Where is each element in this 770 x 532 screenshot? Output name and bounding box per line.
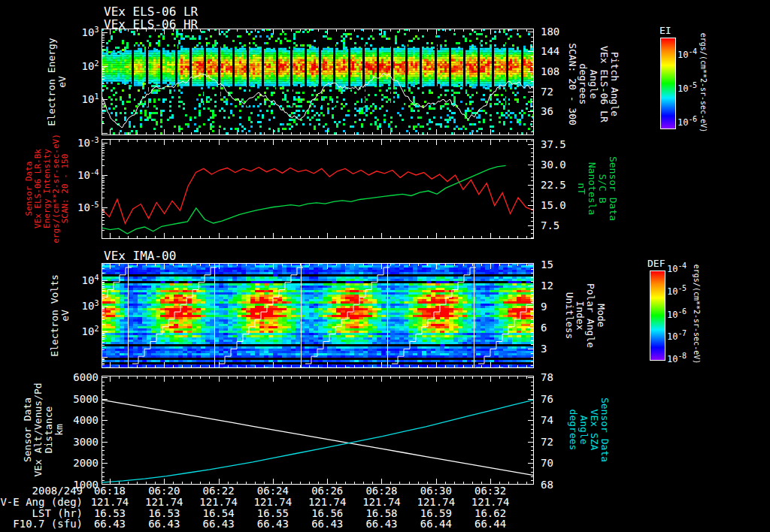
- footer-row-value: 66.44: [463, 518, 517, 530]
- x-axis-time-label: 06:20: [137, 485, 191, 497]
- intensity-bfield-canvas: [102, 139, 534, 239]
- right-y-tick-label: 68: [541, 479, 586, 491]
- colorbar-tick-label: 10-4: [678, 50, 697, 60]
- axis-title-line: Sensor Data: [599, 397, 610, 462]
- axis-title-line: Electron Energy: [47, 38, 57, 125]
- y-tick-label: 102: [44, 325, 99, 337]
- axis-title-line: VEx Alt/Venus/Pd: [33, 382, 44, 476]
- axis-title-line: Nanotesla: [587, 156, 597, 221]
- axis-title-line: VEx ELS-06 LR: [599, 43, 609, 125]
- axis-title-line: Mode: [596, 283, 606, 348]
- colorbar-tick-label: 10-7: [667, 331, 687, 342]
- els-y-axis-title: Electron EnergyeV: [47, 38, 68, 125]
- right-y-tick-label: 74: [541, 414, 586, 426]
- right-y-tick-label: 36: [541, 105, 586, 117]
- y-tick-label: 10-4: [44, 169, 99, 181]
- ei-colorbar-title: EI: [659, 25, 671, 36]
- ima-spectrogram-canvas: [102, 263, 534, 368]
- right-y-tick-label: 108: [541, 65, 586, 77]
- x-axis-time-label: 06:30: [409, 485, 463, 497]
- y-tick-label: 10-5: [44, 201, 99, 213]
- axis-title-line: Pitch Angle: [609, 43, 620, 125]
- x-axis-time-label: 06:24: [246, 485, 300, 497]
- x-axis-time-label: 06:18: [83, 485, 137, 497]
- footer-row-value: 66.43: [137, 518, 191, 530]
- colorbar-tick-label: 10-8: [667, 354, 687, 364]
- sza-right-axis-title: Sensor DataVEx SZAAngledegrees: [568, 397, 610, 462]
- footer-row-value: 66.43: [300, 518, 354, 530]
- right-y-tick-label: 3: [541, 343, 586, 355]
- right-y-tick-label: 76: [541, 393, 586, 405]
- y-tick-label: 103: [44, 300, 99, 312]
- colorbar-units-label: ergs/(cm**2-sr-sec-eV): [693, 264, 701, 364]
- axis-title-line: S/C B: [597, 156, 608, 221]
- axis-title-line: Angle: [578, 397, 589, 462]
- right-y-tick-label: 30.0: [541, 159, 586, 171]
- footer-row-value: 66.43: [83, 518, 137, 530]
- axis-title-line: eV: [57, 38, 68, 125]
- footer-row-value: 66.44: [409, 518, 463, 530]
- ima-right-axis-title: ModePolar AngleIndexUnitless: [564, 283, 606, 348]
- y-tick-label: 2000: [44, 457, 99, 469]
- axis-title-line: degrees: [568, 397, 578, 462]
- right-y-tick-label: 72: [541, 436, 586, 448]
- axis-title-line: SCAN: 20 - 150: [61, 134, 70, 243]
- x-axis-time-label: 06:26: [300, 485, 354, 497]
- axis-title-line: Sensor Data: [23, 382, 33, 476]
- x-axis-time-label: 06:32: [463, 485, 517, 497]
- colorbar-tick-label: 10-4: [667, 264, 687, 274]
- def-colorbar-title: DEF: [647, 258, 665, 269]
- right-y-tick-label: 7.5: [541, 219, 586, 231]
- footer-row-value: 66.43: [246, 518, 300, 530]
- ima-panel-title: VEx IMA-00: [104, 249, 176, 263]
- axis-title-line: Electron Volts: [50, 274, 60, 357]
- footer-row-value: 66.43: [354, 518, 408, 530]
- alt-sza-canvas: [102, 376, 534, 485]
- y-tick-label: 5000: [44, 393, 99, 405]
- right-y-tick-label: 9: [541, 301, 586, 313]
- y-tick-label: 102: [44, 60, 99, 72]
- y-tick-label: 4000: [44, 414, 99, 426]
- colorbar-tick-label: 10-6: [667, 310, 687, 320]
- y-tick-label: 3000: [44, 436, 99, 448]
- colorbar-tick-label: 10-6: [678, 117, 697, 128]
- right-y-tick-label: 72: [541, 86, 586, 98]
- right-y-tick-label: 144: [541, 45, 586, 57]
- right-y-tick-label: 180: [541, 26, 586, 38]
- axis-title-line: Angle: [588, 43, 599, 125]
- els-spectrogram-canvas: [102, 29, 534, 135]
- ima-y-axis-title: Electron VoltseV: [50, 274, 71, 357]
- colorbar-tick-label: 10-5: [678, 83, 697, 94]
- axis-title-line: Unitless: [564, 283, 574, 348]
- axis-title-line: VEx SZA: [589, 397, 599, 462]
- colorbar-tick-label: 10-5: [667, 286, 687, 297]
- axis-title-line: Sensor Data: [608, 156, 618, 221]
- footer-row-label: F10.7 (sfu): [0, 518, 83, 530]
- footer-row-value: 66.43: [192, 518, 246, 530]
- right-y-tick-label: 78: [541, 371, 586, 383]
- colorbar-units-label: ergs/(cm**2-sr-sec-eV): [699, 33, 708, 132]
- right-y-tick-label: 70: [541, 457, 586, 469]
- ei-colorbar: [660, 38, 676, 129]
- y-tick-label: 104: [44, 274, 99, 286]
- axis-title-line: Polar Angle: [585, 283, 596, 348]
- axis-title-line: Index: [574, 283, 585, 348]
- x-axis-time-label: 06:28: [354, 485, 408, 497]
- vex-summary-plot: VEx ELS-06 LR VEx ELS-06 HR VEx IMA-00 E…: [0, 0, 770, 532]
- axis-title-line: eV: [60, 274, 71, 357]
- x-axis-time-label: 06:22: [192, 485, 246, 497]
- y-tick-label: 6000: [44, 371, 99, 383]
- right-y-tick-label: 22.5: [541, 179, 586, 191]
- right-y-tick-label: 15.0: [541, 199, 586, 211]
- footer-date-label: 2008/249: [0, 485, 83, 497]
- intensity-y-axis-title: Sensor DataVEx ELS-06 LR-BkEnergy Intens…: [25, 134, 70, 243]
- right-y-tick-label: 12: [541, 280, 586, 292]
- y-tick-label: 103: [44, 26, 99, 38]
- right-y-tick-label: 6: [541, 322, 586, 334]
- def-colorbar: [650, 271, 665, 361]
- right-y-tick-label: 37.5: [541, 138, 586, 150]
- y-tick-label: 10-3: [44, 137, 99, 149]
- right-y-tick-label: 15: [541, 258, 586, 271]
- y-tick-label: 101: [44, 93, 99, 105]
